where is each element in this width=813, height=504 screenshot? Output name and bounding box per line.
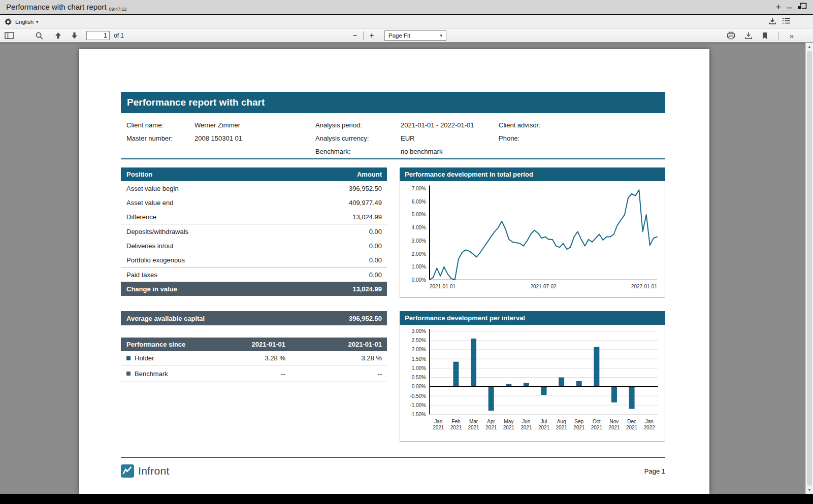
- benchmark-label: Benchmark:: [315, 145, 350, 158]
- print-icon[interactable]: [726, 30, 736, 41]
- table-row: Holder 3.28 % 3.28 %: [121, 351, 387, 365]
- download-icon[interactable]: [768, 17, 776, 27]
- window-minimize-button[interactable]: –: [787, 2, 792, 12]
- toolbar-separator: [363, 31, 364, 40]
- more-tools-button[interactable]: »: [789, 30, 795, 41]
- page-count-label: of 1: [114, 32, 124, 39]
- zoom-out-button[interactable]: −: [349, 30, 361, 41]
- svg-text:-1.50%: -1.50%: [410, 412, 426, 417]
- settings-gear-icon[interactable]: [4, 18, 12, 26]
- svg-text:2022: 2022: [644, 425, 656, 430]
- svg-text:2021: 2021: [450, 425, 462, 430]
- amount-header-label: Amount: [357, 171, 382, 178]
- language-dropdown[interactable]: English ▾: [15, 19, 39, 25]
- svg-text:Oct: Oct: [593, 419, 601, 424]
- holder-bullet-icon: [126, 356, 131, 360]
- client-advisor-label: Client advisor:: [499, 119, 540, 132]
- svg-text:Jan: Jan: [434, 419, 442, 424]
- svg-text:2021: 2021: [485, 425, 497, 430]
- svg-text:2021: 2021: [608, 425, 620, 430]
- svg-text:2.00%: 2.00%: [412, 347, 426, 352]
- window-plus-button[interactable]: +: [775, 2, 781, 12]
- page-number-label: Page 1: [121, 467, 665, 475]
- chevron-down-icon: ▾: [36, 19, 39, 24]
- svg-text:6.00%: 6.00%: [412, 199, 426, 205]
- svg-text:Sep: Sep: [574, 419, 583, 424]
- position-table-header: Position Amount: [121, 167, 387, 181]
- window-timestamp: 09:47:12: [109, 7, 127, 12]
- analysis-currency-label: Analysis currency:: [315, 132, 369, 145]
- next-page-button[interactable]: [70, 30, 79, 41]
- zoom-select[interactable]: Page Fit ▾: [384, 30, 446, 41]
- window-titlebar: Performance with chart report 09:47:12 +…: [0, 0, 813, 14]
- svg-text:Aug: Aug: [557, 419, 566, 424]
- sidebar-toggle-button[interactable]: [4, 30, 15, 41]
- table-row: Deliveries in/out0.00: [121, 239, 387, 253]
- save-icon[interactable]: [743, 30, 754, 41]
- zoom-in-button[interactable]: +: [366, 30, 377, 41]
- svg-text:Jul: Jul: [541, 419, 547, 424]
- table-row: Paid taxes0.00: [121, 267, 387, 282]
- chevron-down-icon: ▾: [440, 33, 442, 38]
- svg-text:2021: 2021: [626, 425, 638, 430]
- search-icon[interactable]: [34, 30, 45, 41]
- window-title: Performance with chart report: [6, 3, 107, 11]
- svg-text:2.50%: 2.50%: [412, 338, 426, 343]
- svg-text:0.50%: 0.50%: [412, 375, 426, 380]
- scrollbar-thumb[interactable]: [807, 51, 812, 486]
- window-maximize-icon[interactable]: [798, 2, 807, 12]
- analysis-period-label: Analysis period:: [315, 119, 362, 132]
- scroll-up-icon[interactable]: ▲: [806, 45, 813, 48]
- previous-page-button[interactable]: [53, 30, 63, 41]
- page-number-input[interactable]: [86, 31, 110, 40]
- svg-text:1.00%: 1.00%: [412, 365, 426, 371]
- svg-text:2021: 2021: [503, 425, 515, 430]
- report-title: Performance report with chart: [121, 92, 665, 113]
- svg-text:May: May: [504, 419, 513, 424]
- svg-text:Dec: Dec: [627, 419, 636, 424]
- client-name-value: Werner Zimmer: [194, 119, 240, 132]
- table-row: Benchmark -- --: [121, 365, 387, 382]
- svg-text:-1.00%: -1.00%: [410, 402, 426, 408]
- benchmark-bullet-icon: [126, 372, 131, 376]
- master-number-label: Master number:: [126, 132, 173, 145]
- svg-text:3.00%: 3.00%: [412, 238, 426, 244]
- svg-text:3.00%: 3.00%: [412, 328, 426, 334]
- svg-text:0.00%: 0.00%: [412, 277, 426, 283]
- svg-text:Apr: Apr: [487, 419, 495, 424]
- phone-label: Phone:: [499, 132, 519, 145]
- svg-text:1.50%: 1.50%: [412, 356, 426, 362]
- svg-text:2021: 2021: [573, 425, 585, 430]
- svg-text:Feb: Feb: [451, 419, 461, 424]
- svg-text:2021: 2021: [538, 425, 550, 430]
- svg-text:2021: 2021: [556, 425, 567, 430]
- list-view-icon[interactable]: [782, 17, 791, 26]
- svg-text:2021: 2021: [468, 425, 479, 430]
- pdf-page: Performance report with chart Client nam…: [79, 49, 709, 494]
- total-period-chart-panel: Performance development in total period …: [400, 167, 665, 298]
- chart-panel-title: Performance development in total period: [400, 167, 665, 181]
- svg-text:2021-07-02: 2021-07-02: [530, 284, 557, 289]
- pdf-viewer: Performance report with chart Client nam…: [0, 43, 813, 494]
- svg-text:4.00%: 4.00%: [412, 225, 426, 230]
- svg-text:2021-01-01: 2021-01-01: [430, 284, 456, 289]
- table-row: Deposits/withdrawals0.00: [121, 224, 387, 239]
- language-label: English: [15, 19, 34, 25]
- table-row: Portfolio exogenous0.00: [121, 253, 387, 267]
- table-row: Difference13,024.99: [121, 210, 387, 224]
- average-capital-bar: Average available capital396,952.50: [121, 311, 387, 325]
- svg-text:Nov: Nov: [610, 419, 619, 424]
- interval-bar-chart: 3.00%2.50%2.00%1.50%1.00%0.50%0.00%-0.50…: [400, 325, 665, 441]
- interval-chart-panel: Performance development per interval 3.0…: [400, 311, 665, 442]
- chart-panel-title: Performance development per interval: [400, 311, 665, 325]
- toolbar-separator: [778, 31, 779, 40]
- table-row: Asset value end409,977.49: [121, 195, 387, 210]
- position-table: Position Amount Asset value begin396,952…: [121, 167, 387, 296]
- bookmark-icon[interactable]: [761, 30, 769, 41]
- client-info-divider: [121, 158, 665, 159]
- performance-table: Performance since 2021-01-01 2021-01-01 …: [121, 338, 387, 382]
- svg-text:Jun: Jun: [522, 419, 530, 424]
- vertical-scrollbar[interactable]: ▲ ▼: [805, 43, 813, 494]
- scroll-down-icon[interactable]: ▼: [806, 488, 813, 492]
- svg-text:Jan: Jan: [645, 419, 654, 424]
